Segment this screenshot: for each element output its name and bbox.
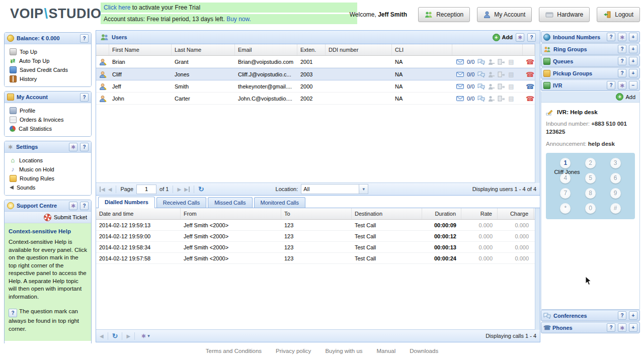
help-icon[interactable]: ?: [607, 33, 615, 41]
table-row[interactable]: Brian Grant Brian@voipstudio.com 2001 NA…: [96, 56, 540, 68]
keypad-key-6[interactable]: 6: [610, 173, 621, 184]
keypad-key-hash[interactable]: #: [610, 203, 621, 214]
phone-status-icon[interactable]: ☎: [526, 95, 534, 102]
expand-icon[interactable]: +: [629, 323, 637, 332]
delete-user-icon[interactable]: [488, 59, 495, 65]
pickup-groups-panel[interactable]: Pickup Groups ? +: [541, 67, 640, 79]
click-here-link[interactable]: Click here: [104, 4, 130, 11]
keypad-key-7[interactable]: 7: [560, 188, 571, 199]
phones-panel[interactable]: ☎ Phones ? ∗ +: [541, 322, 640, 333]
sidebar-item-history[interactable]: History: [10, 74, 89, 83]
hardware-button[interactable]: Hardware: [539, 7, 590, 22]
ivr-panel-header[interactable]: IVR ? ∗ −: [541, 79, 640, 91]
submit-ticket-button[interactable]: Submit Ticket: [5, 212, 91, 223]
keypad-icon[interactable]: ▤: [508, 59, 514, 65]
prev-page-icon[interactable]: ◀: [108, 187, 112, 192]
footer-link-terms[interactable]: Terms and Conditions: [206, 348, 262, 362]
footer-link-downloads[interactable]: Downloads: [410, 348, 438, 362]
keypad-key-3[interactable]: 3: [610, 158, 621, 168]
tab-received-calls[interactable]: Received Calls: [156, 197, 206, 208]
column-charge[interactable]: Charge: [498, 208, 534, 219]
expand-icon[interactable]: +: [629, 311, 637, 320]
help-icon[interactable]: ?: [80, 143, 89, 151]
column-email[interactable]: Email: [235, 44, 297, 55]
ring-groups-panel[interactable]: Ring Groups ? +: [541, 43, 640, 55]
column-ddi-number[interactable]: DDI number: [326, 44, 392, 55]
first-page-icon[interactable]: ◀: [100, 187, 105, 192]
chat-icon[interactable]: [477, 96, 485, 102]
column-duration[interactable]: Duration: [422, 208, 461, 219]
sidebar-item-call-statistics[interactable]: Call Statistics: [10, 124, 89, 133]
expand-icon[interactable]: +: [629, 57, 637, 65]
expand-icon[interactable]: +: [629, 69, 637, 77]
forward-user-icon[interactable]: [498, 59, 505, 65]
footer-link-privacy[interactable]: Privacy policy: [276, 348, 311, 362]
delete-user-icon[interactable]: [488, 96, 495, 102]
gear-button-icon[interactable]: ∗: [516, 33, 524, 42]
refresh-icon[interactable]: ↻: [198, 185, 204, 193]
column-last-name[interactable]: Last Name: [172, 44, 235, 55]
forward-user-icon[interactable]: [498, 83, 505, 89]
column-destination[interactable]: Destination: [352, 208, 422, 219]
help-icon[interactable]: ?: [607, 81, 615, 89]
sidebar-item-routing-rules[interactable]: Routing Rules: [10, 174, 89, 183]
edit-pencil-icon[interactable]: [546, 109, 553, 116]
column-date-time[interactable]: Date and time: [96, 208, 181, 219]
column-rate[interactable]: Rate: [461, 208, 498, 219]
sidebar-item-sounds[interactable]: Sounds: [10, 183, 89, 192]
chat-icon[interactable]: [477, 83, 485, 89]
users-scrollbar[interactable]: [535, 44, 540, 183]
table-row-selected[interactable]: Cliff Jones Cliff.J@voipstudio.c... 2003…: [96, 68, 540, 80]
phone-status-icon[interactable]: ☎: [526, 83, 534, 90]
sidebar-item-auto-top-up[interactable]: ⇄Auto Top Up: [10, 56, 89, 65]
help-icon[interactable]: ?: [80, 93, 89, 102]
help-icon[interactable]: ?: [607, 323, 615, 332]
help-icon[interactable]: ?: [618, 57, 626, 65]
gear-button-icon[interactable]: ∗: [618, 323, 626, 332]
voicemail-icon[interactable]: [456, 96, 464, 101]
column-cli[interactable]: CLI: [392, 44, 452, 55]
voicemail-icon[interactable]: [456, 84, 464, 89]
keypad-key-star[interactable]: *: [560, 203, 571, 214]
keypad-key-8[interactable]: 8: [585, 188, 596, 199]
tab-dialled-numbers[interactable]: Dialled Numbers: [98, 197, 155, 208]
reception-button[interactable]: Reception: [418, 7, 470, 22]
queues-panel[interactable]: Queues ? +: [541, 55, 640, 67]
column-from[interactable]: From: [181, 208, 281, 219]
help-icon[interactable]: ?: [618, 69, 626, 77]
my-account-button[interactable]: My Account: [477, 7, 532, 22]
keypad-key-0[interactable]: 0: [585, 203, 596, 214]
prev-page-icon[interactable]: ◀: [100, 333, 104, 339]
chat-icon[interactable]: [477, 71, 485, 77]
gear-button-icon[interactable]: ∗: [69, 143, 77, 151]
column-first-name[interactable]: First Name: [109, 44, 172, 55]
help-icon[interactable]: ?: [618, 311, 626, 320]
footer-link-buying[interactable]: Buying with us: [325, 348, 362, 362]
keypad-key-1[interactable]: 1: [560, 158, 571, 168]
tab-monitored-calls[interactable]: Monitored Calls: [254, 197, 305, 208]
voicemail-icon[interactable]: [456, 72, 464, 77]
help-icon[interactable]: ?: [80, 34, 89, 43]
keypad-icon[interactable]: ▤: [508, 71, 514, 77]
gear-button-icon[interactable]: ∗: [618, 33, 626, 41]
last-page-icon[interactable]: ▶: [184, 187, 190, 192]
add-user-button[interactable]: + Add: [493, 34, 513, 41]
expand-icon[interactable]: +: [629, 33, 637, 41]
keypad-key-9[interactable]: 9: [610, 188, 621, 199]
voicemail-icon[interactable]: [456, 59, 464, 64]
delete-user-icon[interactable]: [488, 71, 495, 77]
buy-now-link[interactable]: Buy now.: [226, 16, 251, 23]
add-ivr-button[interactable]: + Add: [616, 93, 635, 101]
gear-button-icon[interactable]: ∗: [69, 202, 77, 210]
sidebar-item-music-on-hold[interactable]: ♪Music on Hold: [10, 165, 89, 174]
tab-missed-calls[interactable]: Missed Calls: [208, 197, 252, 208]
footer-link-manual[interactable]: Manual: [377, 348, 396, 362]
keypad-key-2[interactable]: 2: [585, 158, 596, 168]
help-icon[interactable]: ?: [527, 33, 536, 42]
call-row[interactable]: 2014-02-12 19:58:34 Jeff Smith <2000> 12…: [96, 242, 540, 253]
sidebar-item-locations[interactable]: ⌂Locations: [10, 156, 89, 165]
collapse-icon[interactable]: −: [629, 81, 637, 89]
gear-button-icon[interactable]: ∗: [618, 81, 626, 89]
forward-user-icon[interactable]: [498, 71, 505, 77]
chat-icon[interactable]: [477, 59, 485, 65]
